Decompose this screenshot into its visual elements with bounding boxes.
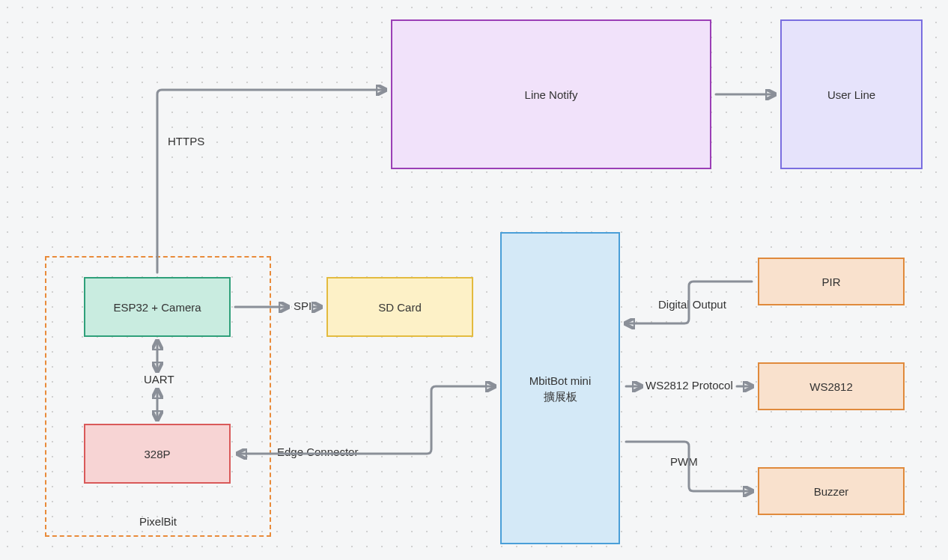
label-digital-output: Digital Output bbox=[657, 298, 728, 311]
label-spi: SPI bbox=[292, 299, 313, 312]
node-ws2812-text: WS2812 bbox=[809, 379, 853, 395]
node-328p: 328P bbox=[84, 424, 231, 484]
node-sd-card: SD Card bbox=[326, 277, 473, 337]
label-uart: UART bbox=[142, 373, 176, 386]
node-mbitbot-text1: MbitBot mini bbox=[529, 373, 592, 389]
node-line-notify-text: Line Notify bbox=[525, 87, 578, 103]
node-ws2812: WS2812 bbox=[758, 362, 905, 410]
node-esp32-text: ESP32 + Camera bbox=[113, 299, 201, 315]
node-pir-text: PIR bbox=[821, 274, 840, 290]
node-mbitbot-text2: 擴展板 bbox=[544, 389, 577, 404]
node-mbitbot: MbitBot mini 擴展板 bbox=[500, 232, 620, 544]
label-edge-connector: Edge Connector bbox=[276, 445, 359, 458]
node-user-line-text: User Line bbox=[827, 87, 875, 103]
node-sd-card-text: SD Card bbox=[378, 299, 422, 315]
node-pir: PIR bbox=[758, 258, 905, 305]
node-328p-text: 328P bbox=[144, 446, 170, 462]
node-esp32: ESP32 + Camera bbox=[84, 277, 231, 337]
node-line-notify: Line Notify bbox=[391, 19, 711, 169]
node-user-line: User Line bbox=[780, 19, 923, 169]
node-buzzer: Buzzer bbox=[758, 467, 905, 515]
label-ws2812-protocol: WS2812 Protocol bbox=[644, 379, 735, 392]
label-https: HTTPS bbox=[166, 135, 206, 147]
pixelbit-label: PixelBit bbox=[46, 515, 270, 528]
label-pwm: PWM bbox=[669, 455, 699, 468]
node-buzzer-text: Buzzer bbox=[814, 484, 849, 499]
